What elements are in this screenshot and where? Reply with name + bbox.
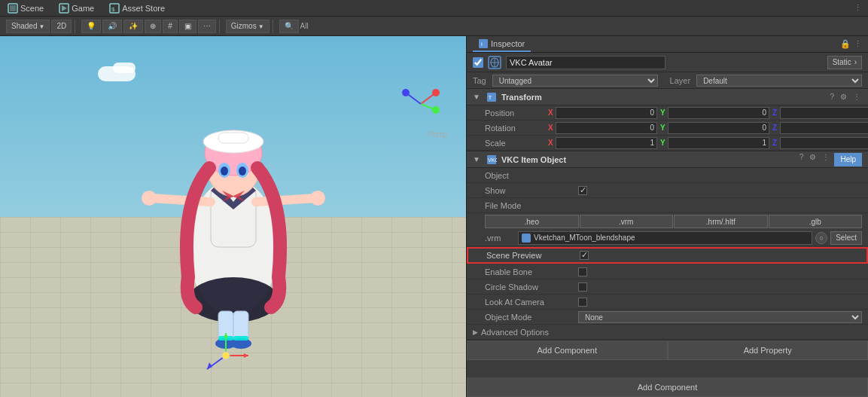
add-component-full-button[interactable]: Add Component <box>467 377 868 397</box>
scale-y-input[interactable] <box>668 137 769 149</box>
gizmos-dropdown-icon <box>258 22 264 30</box>
svg-rect-51 <box>522 234 530 242</box>
scale-z-input[interactable] <box>780 137 868 149</box>
render-icon-btn[interactable]: ▣ <box>179 20 196 33</box>
asset-store-menu[interactable]: $ Asset Store <box>105 0 169 16</box>
enable-bone-label: Enable Bone <box>485 267 575 276</box>
rotation-y-input[interactable] <box>668 122 769 134</box>
vkc-item-section-header[interactable]: ▼ VKC VKC Item Object ? ⚙ ⋮ Help <box>467 151 868 168</box>
vkc-collapse-icon: ▼ <box>473 155 480 163</box>
position-y-input[interactable] <box>668 107 769 119</box>
position-z-input[interactable] <box>780 107 868 119</box>
main-content: Persp i <box>0 36 868 397</box>
vkc-help-icon[interactable]: ? <box>798 153 806 166</box>
search-icon-btn[interactable]: 🔍 <box>279 20 299 33</box>
active-toggle[interactable] <box>473 57 483 68</box>
transform-more-icon[interactable]: ⋮ <box>851 93 862 101</box>
scale-y-axis: Y <box>660 139 666 147</box>
search-group: 🔍 All <box>276 20 312 33</box>
vkc-more-icon[interactable]: ⋮ <box>821 153 831 166</box>
all-label: All <box>300 22 309 30</box>
persp-label: Persp <box>428 130 447 139</box>
position-label: Position <box>485 108 545 118</box>
file-hrmhltf-btn[interactable]: .hrm/.hltf <box>674 215 768 228</box>
inspector-header-actions: 🔒 ⋮ <box>840 39 862 49</box>
transform-arrows[interactable] <box>196 318 256 378</box>
transform-settings-icon[interactable]: ⚙ <box>839 93 848 101</box>
tag-layer-row: Tag Untagged Layer Default <box>467 72 868 89</box>
inspector-tab[interactable]: i Inspector <box>473 36 531 52</box>
gizmos-button[interactable]: Gizmos <box>226 20 270 33</box>
effects-icon-btn[interactable]: ✨ <box>123 20 143 33</box>
add-component-button[interactable]: Add Component <box>467 341 668 360</box>
object-prop-label: Object <box>485 171 575 180</box>
enable-bone-checkbox[interactable] <box>578 267 587 276</box>
help-button[interactable]: Help <box>834 153 862 166</box>
inspector-tab-label: Inspector <box>491 39 525 48</box>
look-at-camera-checkbox[interactable] <box>578 298 587 307</box>
file-vrm-btn[interactable]: .vrm <box>580 215 674 228</box>
vkc-actions: ? ⚙ ⋮ Help <box>798 153 862 166</box>
shaded-dropdown-icon <box>38 22 44 30</box>
select-label: Select <box>836 234 857 242</box>
object-header: Static › <box>467 53 868 72</box>
grid-icon-btn[interactable]: # <box>163 20 178 33</box>
scene-viewport[interactable]: Persp <box>0 36 466 397</box>
object-name-input[interactable] <box>506 56 665 69</box>
static-label: Static <box>833 58 851 66</box>
more-options-icon[interactable]: ⋮ <box>854 3 862 13</box>
show-row: Show <box>467 183 868 198</box>
file-mode-buttons: .heo .vrm .hrm/.hltf .glb <box>467 213 868 230</box>
2d-button[interactable]: 2D <box>51 20 72 33</box>
nav-icon-btn[interactable]: ⊕ <box>145 20 161 33</box>
vrm-circle-button[interactable]: ○ <box>815 232 827 244</box>
transform-help-icon[interactable]: ? <box>828 93 836 101</box>
add-buttons-row: Add Component Add Property <box>467 341 868 360</box>
look-at-camera-label: Look At Camera <box>485 298 575 307</box>
svg-text:i: i <box>481 41 483 47</box>
more-icon-btn[interactable]: ⋯ <box>198 20 216 33</box>
game-menu[interactable]: Game <box>54 0 99 16</box>
file-heo-btn[interactable]: .heo <box>485 215 579 228</box>
transform-section-header[interactable]: ▼ T Transform ? ⚙ ⋮ <box>467 89 868 105</box>
circle-shadow-checkbox[interactable] <box>578 282 587 292</box>
pos-z-axis: Z <box>772 108 778 117</box>
static-button[interactable]: Static › <box>827 56 862 69</box>
svg-point-29 <box>432 89 440 96</box>
asset-store-icon: $ <box>109 3 120 14</box>
tag-dropdown[interactable]: Untagged <box>492 75 658 87</box>
file-glb-btn[interactable]: .glb <box>769 215 863 228</box>
rotation-x-input[interactable] <box>556 122 657 134</box>
scale-x-input[interactable] <box>556 137 657 149</box>
scene-menu[interactable]: Scene <box>3 0 48 16</box>
circle-shadow-label: Circle Shadow <box>485 282 575 292</box>
scale-fields: X Y Z <box>548 137 868 149</box>
object-mode-dropdown[interactable]: None <box>578 311 862 323</box>
file-mode-label-row: File Mode <box>467 198 868 213</box>
shaded-button[interactable]: Shaded <box>6 20 50 33</box>
svg-marker-37 <box>224 333 228 337</box>
lock-icon[interactable]: 🔒 <box>840 39 851 49</box>
object-label-row: Object <box>467 168 868 183</box>
more-icon[interactable]: ⋮ <box>854 39 862 49</box>
vrm-value-area: Vketchan_MToon_blendshape <box>518 231 812 245</box>
audio-icon-btn[interactable]: 🔊 <box>102 20 122 33</box>
show-checkbox[interactable] <box>578 186 587 195</box>
scale-z-axis: Z <box>772 139 778 147</box>
position-x-input[interactable] <box>556 107 657 119</box>
rotation-z-input[interactable] <box>780 122 868 134</box>
light-icon-btn[interactable]: 💡 <box>81 20 101 33</box>
rotation-gizmo[interactable] <box>398 81 443 127</box>
scene-preview-checkbox[interactable] <box>580 251 589 260</box>
inspector-header: i Inspector 🔒 ⋮ <box>467 36 868 53</box>
object-type-icon <box>488 56 501 69</box>
svg-rect-13 <box>218 133 248 143</box>
vkc-settings-icon[interactable]: ⚙ <box>808 153 818 166</box>
advanced-options-row[interactable]: ▶ Advanced Options <box>467 325 868 340</box>
add-property-button[interactable]: Add Property <box>668 341 869 360</box>
svg-line-19 <box>256 198 316 202</box>
scale-label: Scale <box>485 139 545 148</box>
select-button[interactable]: Select <box>830 231 862 245</box>
scale-row: Scale X Y Z <box>467 136 868 151</box>
layer-dropdown[interactable]: Default <box>696 75 862 87</box>
